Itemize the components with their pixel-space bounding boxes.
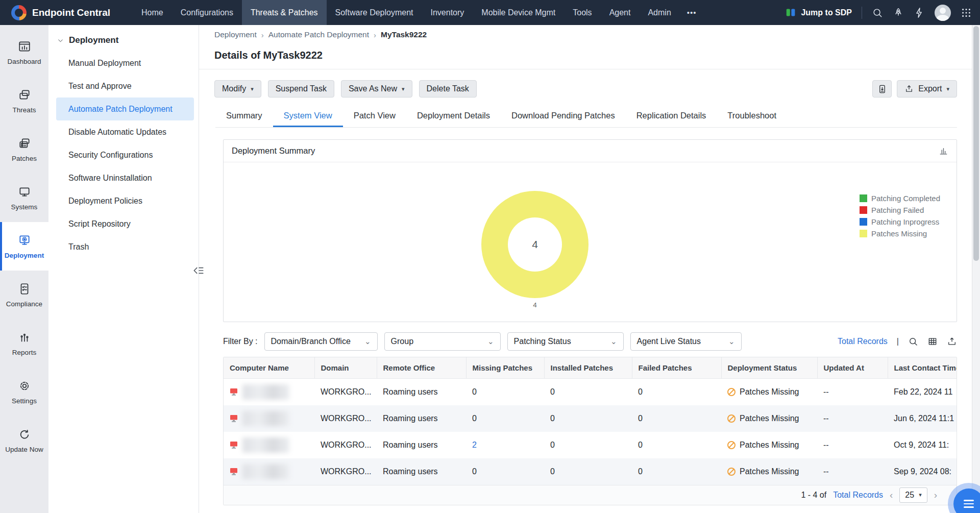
sidebar-item-reports[interactable]: Reports [0,319,48,368]
more-menu-icon[interactable]: ••• [680,8,704,17]
modify-button[interactable]: Modify ▾ [214,80,261,97]
chevron-down-icon: ⌄ [728,337,735,346]
nav-threats-patches[interactable]: Threats & Patches [242,0,327,25]
group-dropdown[interactable]: Group ⌄ [384,332,501,351]
cell-last-contact: Sep 9, 2024 08: [888,458,957,485]
legend-patching-completed[interactable]: Patching Completed [860,194,940,203]
total-records-link[interactable]: Total Records [838,337,888,346]
tab-download-pending-patches[interactable]: Download Pending Patches [501,105,626,127]
apps-grid-icon[interactable] [961,7,972,18]
col-computer-name[interactable]: Computer Name [224,357,314,378]
save-as-new-button[interactable]: Save As New ▾ [341,80,412,97]
domain-branch-office-dropdown[interactable]: Domain/Branch Office ⌄ [264,332,378,351]
nav-home[interactable]: Home [133,0,172,25]
submenu-item-deployment-policies[interactable]: Deployment Policies [56,189,194,212]
breadcrumb-automate-patch-deployment[interactable]: Automate Patch Deployment [268,30,369,39]
compliance-icon [18,282,31,296]
patching-status-dropdown[interactable]: Patching Status ⌄ [507,332,624,351]
export-table-icon[interactable] [947,336,957,347]
submenu-item-manual-deployment[interactable]: Manual Deployment [56,52,194,75]
nav-software-deployment[interactable]: Software Deployment [327,0,422,25]
col-updated-at[interactable]: Updated At [817,357,888,378]
col-remote-office[interactable]: Remote Office [377,357,466,378]
sidebar-item-settings[interactable]: Settings [0,368,48,416]
missing-patches-link[interactable]: 2 [472,441,477,449]
tab-system-view[interactable]: System View [273,105,343,127]
sidebar-item-dashboard[interactable]: Dashboard [0,28,48,77]
nav-configurations[interactable]: Configurations [172,0,242,25]
app-logo[interactable]: Endpoint Central [0,5,119,20]
tab-deployment-details[interactable]: Deployment Details [406,105,501,127]
submenu-item-trash[interactable]: Trash [56,235,194,258]
computer-name-cell[interactable] [230,405,308,432]
submenu-item-disable-automatic-updates[interactable]: Disable Automatic Updates [56,120,194,143]
tab-summary[interactable]: Summary [215,105,273,127]
submenu-item-automate-patch-deployment[interactable]: Automate Patch Deployment [56,97,194,120]
legend-patches-missing[interactable]: Patches Missing [860,229,940,238]
computer-name-cell[interactable] [230,458,308,485]
submenu-item-test-and-approve[interactable]: Test and Approve [56,75,194,97]
whats-new-icon[interactable] [893,7,904,18]
col-failed-patches[interactable]: Failed Patches [632,357,721,378]
sidebar-item-threats[interactable]: Threats [0,77,48,125]
collapse-sidebar-icon[interactable] [192,264,205,277]
pagination-total-records-link[interactable]: Total Records [833,491,883,500]
shortcuts-icon[interactable] [914,7,925,18]
column-chooser-icon[interactable] [927,336,938,347]
separator: | [897,337,899,346]
submenu-item-software-uninstallation[interactable]: Software Uninstallation [56,166,194,189]
cell-updated-at: -- [817,458,888,485]
export-button[interactable]: Export ▾ [897,80,957,97]
page-title: Details of MyTask9222 [214,50,957,61]
next-page-icon[interactable]: › [934,490,937,501]
agent-live-status-dropdown[interactable]: Agent Live Status ⌄ [630,332,742,351]
nav-agent[interactable]: Agent [601,0,640,25]
tab-replication-details[interactable]: Replication Details [626,105,717,127]
threats-icon [18,88,31,102]
nav-admin[interactable]: Admin [639,0,679,25]
computer-name-cell[interactable] [230,432,308,458]
nav-mobile-device-mgmt[interactable]: Mobile Device Mgmt [473,0,564,25]
chart-type-icon[interactable] [939,146,948,156]
legend-label: Patches Missing [871,229,927,238]
col-last-contact-time[interactable]: Last Contact Time [888,357,957,378]
col-missing-patches[interactable]: Missing Patches [466,357,544,378]
submenu-item-script-repository[interactable]: Script Repository [56,212,194,235]
tab-troubleshoot[interactable]: Troubleshoot [717,105,787,127]
sidebar-item-update-now[interactable]: Update Now [0,416,48,465]
jump-to-sdp-button[interactable]: Jump to SDP [786,7,852,18]
legend-patching-inprogress[interactable]: Patching Inprogress [860,217,940,226]
user-avatar[interactable] [935,5,951,21]
sidebar-item-compliance[interactable]: Compliance [0,271,48,319]
nav-tools[interactable]: Tools [564,0,600,25]
brand-name: Endpoint Central [32,7,110,18]
prev-page-icon[interactable]: ‹ [890,490,893,501]
col-installed-patches[interactable]: Installed Patches [544,357,632,378]
suspend-task-button[interactable]: Suspend Task [268,80,334,97]
cell-updated-at: -- [817,432,888,458]
donut-center-value: 4 [508,217,562,272]
sidebar-item-systems[interactable]: Systems [0,174,48,222]
tab-patch-view[interactable]: Patch View [343,105,406,127]
chevron-down-icon: ⌄ [487,337,494,346]
search-table-icon[interactable] [908,336,918,347]
cell-updated-at: -- [817,405,888,432]
sidebar-item-patches[interactable]: Patches [0,125,48,174]
sidebar-item-deployment[interactable]: Deployment [0,222,48,271]
submenu-header[interactable]: Deployment [48,35,199,45]
scrollbar-thumb[interactable] [973,26,979,261]
page-size-dropdown[interactable]: 25 ▾ [899,487,927,503]
delete-task-button[interactable]: Delete Task [419,80,477,97]
computer-name-cell[interactable] [230,379,308,405]
col-domain[interactable]: Domain [314,357,377,378]
nav-inventory[interactable]: Inventory [422,0,473,25]
table-row: WORKGRO... Roaming users 0 0 0 Patches M… [224,458,957,485]
search-icon[interactable] [872,7,883,18]
legend-label: Patching Inprogress [871,217,939,226]
breadcrumb-deployment[interactable]: Deployment [214,30,257,39]
export-report-button[interactable] [872,80,892,97]
submenu-item-security-configurations[interactable]: Security Configurations [56,143,194,166]
card-header: Deployment Summary [224,140,957,162]
legend-patching-failed[interactable]: Patching Failed [860,206,940,214]
col-deployment-status[interactable]: Deployment Status [721,357,817,378]
